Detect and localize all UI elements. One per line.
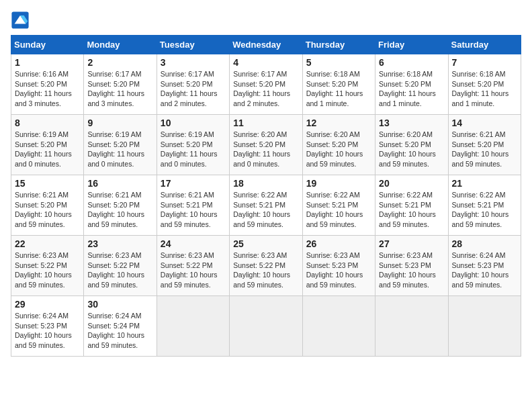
day-of-week-header: Monday: [84, 36, 157, 54]
day-number: 26: [306, 238, 371, 249]
calendar-header-row: SundayMondayTuesdayWednesdayThursdayFrid…: [11, 36, 521, 54]
calendar-cell: 14Sunrise: 6:21 AMSunset: 5:20 PMDayligh…: [448, 115, 521, 175]
day-of-week-header: Friday: [375, 36, 448, 54]
day-info: Sunrise: 6:22 AMSunset: 5:21 PMDaylight:…: [306, 190, 371, 230]
calendar-cell: 6Sunrise: 6:18 AMSunset: 5:20 PMDaylight…: [375, 54, 448, 115]
day-number: 22: [15, 238, 80, 249]
day-number: 10: [161, 118, 226, 128]
day-info: Sunrise: 6:21 AMSunset: 5:20 PMDaylight:…: [15, 190, 80, 230]
day-of-week-header: Tuesday: [157, 36, 229, 54]
day-of-week-header: Wednesday: [230, 36, 302, 54]
day-info: Sunrise: 6:21 AMSunset: 5:21 PMDaylight:…: [161, 190, 226, 230]
calendar-cell: 21Sunrise: 6:22 AMSunset: 5:21 PMDayligh…: [448, 175, 521, 236]
day-info: Sunrise: 6:23 AMSunset: 5:22 PMDaylight:…: [161, 250, 226, 290]
calendar-cell: 3Sunrise: 6:17 AMSunset: 5:20 PMDaylight…: [157, 54, 229, 115]
day-info: Sunrise: 6:17 AMSunset: 5:20 PMDaylight:…: [161, 69, 226, 109]
calendar-cell: 26Sunrise: 6:23 AMSunset: 5:23 PMDayligh…: [302, 236, 375, 296]
day-of-week-header: Saturday: [448, 36, 521, 54]
day-number: 5: [306, 57, 371, 68]
day-number: 29: [15, 299, 80, 310]
day-number: 25: [233, 238, 298, 249]
day-info: Sunrise: 6:19 AMSunset: 5:20 PMDaylight:…: [15, 130, 80, 169]
day-info: Sunrise: 6:17 AMSunset: 5:20 PMDaylight:…: [87, 69, 152, 109]
day-number: 4: [233, 57, 298, 68]
calendar-cell: [230, 296, 302, 357]
day-info: Sunrise: 6:20 AMSunset: 5:20 PMDaylight:…: [379, 130, 444, 169]
day-number: 20: [379, 178, 444, 189]
calendar-week-row: 29Sunrise: 6:24 AMSunset: 5:23 PMDayligh…: [11, 296, 521, 357]
day-info: Sunrise: 6:19 AMSunset: 5:20 PMDaylight:…: [87, 130, 152, 169]
day-number: 1: [15, 57, 80, 68]
calendar-cell: 9Sunrise: 6:19 AMSunset: 5:20 PMDaylight…: [84, 115, 157, 175]
calendar-body: 1Sunrise: 6:16 AMSunset: 5:20 PMDaylight…: [11, 54, 521, 357]
day-info: Sunrise: 6:16 AMSunset: 5:20 PMDaylight:…: [15, 69, 80, 109]
calendar-cell: 16Sunrise: 6:21 AMSunset: 5:20 PMDayligh…: [84, 175, 157, 236]
day-number: 7: [452, 57, 517, 68]
calendar-cell: 20Sunrise: 6:22 AMSunset: 5:21 PMDayligh…: [375, 175, 448, 236]
calendar-cell: 29Sunrise: 6:24 AMSunset: 5:23 PMDayligh…: [11, 296, 84, 357]
calendar-cell: 4Sunrise: 6:17 AMSunset: 5:20 PMDaylight…: [230, 54, 302, 115]
day-number: 13: [379, 118, 444, 128]
day-number: 12: [306, 118, 371, 128]
day-info: Sunrise: 6:23 AMSunset: 5:22 PMDaylight:…: [87, 250, 152, 290]
calendar-week-row: 15Sunrise: 6:21 AMSunset: 5:20 PMDayligh…: [11, 175, 521, 236]
logo-icon: [11, 11, 30, 30]
calendar-cell: [375, 296, 448, 357]
day-info: Sunrise: 6:19 AMSunset: 5:20 PMDaylight:…: [161, 130, 226, 169]
day-info: Sunrise: 6:18 AMSunset: 5:20 PMDaylight:…: [379, 69, 444, 109]
day-info: Sunrise: 6:17 AMSunset: 5:20 PMDaylight:…: [233, 69, 298, 109]
calendar-cell: [302, 296, 375, 357]
calendar-cell: 28Sunrise: 6:24 AMSunset: 5:23 PMDayligh…: [448, 236, 521, 296]
day-info: Sunrise: 6:21 AMSunset: 5:20 PMDaylight:…: [452, 130, 517, 169]
day-info: Sunrise: 6:23 AMSunset: 5:22 PMDaylight:…: [15, 250, 80, 290]
day-of-week-header: Sunday: [11, 36, 84, 54]
day-info: Sunrise: 6:22 AMSunset: 5:21 PMDaylight:…: [379, 190, 444, 230]
calendar-cell: 1Sunrise: 6:16 AMSunset: 5:20 PMDaylight…: [11, 54, 84, 115]
day-number: 18: [233, 178, 298, 189]
day-info: Sunrise: 6:22 AMSunset: 5:21 PMDaylight:…: [233, 190, 298, 230]
calendar-cell: 24Sunrise: 6:23 AMSunset: 5:22 PMDayligh…: [157, 236, 229, 296]
day-info: Sunrise: 6:24 AMSunset: 5:23 PMDaylight:…: [452, 250, 517, 290]
calendar-header: SundayMondayTuesdayWednesdayThursdayFrid…: [11, 36, 521, 54]
calendar-cell: 23Sunrise: 6:23 AMSunset: 5:22 PMDayligh…: [84, 236, 157, 296]
calendar-week-row: 22Sunrise: 6:23 AMSunset: 5:22 PMDayligh…: [11, 236, 521, 296]
calendar-week-row: 1Sunrise: 6:16 AMSunset: 5:20 PMDaylight…: [11, 54, 521, 115]
calendar-cell: 18Sunrise: 6:22 AMSunset: 5:21 PMDayligh…: [230, 175, 302, 236]
day-number: 6: [379, 57, 444, 68]
day-info: Sunrise: 6:23 AMSunset: 5:23 PMDaylight:…: [306, 250, 371, 290]
day-number: 17: [161, 178, 226, 189]
day-number: 3: [161, 57, 226, 68]
day-number: 19: [306, 178, 371, 189]
day-info: Sunrise: 6:24 AMSunset: 5:23 PMDaylight:…: [15, 311, 80, 351]
calendar-cell: 25Sunrise: 6:23 AMSunset: 5:22 PMDayligh…: [230, 236, 302, 296]
day-info: Sunrise: 6:24 AMSunset: 5:24 PMDaylight:…: [87, 311, 152, 351]
logo: [11, 11, 32, 30]
calendar-cell: 10Sunrise: 6:19 AMSunset: 5:20 PMDayligh…: [157, 115, 229, 175]
calendar-cell: [448, 296, 521, 357]
calendar-cell: 17Sunrise: 6:21 AMSunset: 5:21 PMDayligh…: [157, 175, 229, 236]
day-info: Sunrise: 6:22 AMSunset: 5:21 PMDaylight:…: [452, 190, 517, 230]
calendar-cell: 2Sunrise: 6:17 AMSunset: 5:20 PMDaylight…: [84, 54, 157, 115]
day-number: 8: [15, 118, 80, 128]
day-number: 21: [452, 178, 517, 189]
calendar-cell: 5Sunrise: 6:18 AMSunset: 5:20 PMDaylight…: [302, 54, 375, 115]
day-info: Sunrise: 6:20 AMSunset: 5:20 PMDaylight:…: [306, 130, 371, 169]
calendar-cell: 8Sunrise: 6:19 AMSunset: 5:20 PMDaylight…: [11, 115, 84, 175]
day-info: Sunrise: 6:18 AMSunset: 5:20 PMDaylight:…: [306, 69, 371, 109]
day-number: 24: [161, 238, 226, 249]
calendar-cell: 22Sunrise: 6:23 AMSunset: 5:22 PMDayligh…: [11, 236, 84, 296]
calendar-cell: 15Sunrise: 6:21 AMSunset: 5:20 PMDayligh…: [11, 175, 84, 236]
calendar-cell: 30Sunrise: 6:24 AMSunset: 5:24 PMDayligh…: [84, 296, 157, 357]
day-info: Sunrise: 6:23 AMSunset: 5:22 PMDaylight:…: [233, 250, 298, 290]
day-of-week-header: Thursday: [302, 36, 375, 54]
day-number: 27: [379, 238, 444, 249]
calendar-cell: 7Sunrise: 6:18 AMSunset: 5:20 PMDaylight…: [448, 54, 521, 115]
day-number: 23: [87, 238, 152, 249]
calendar-week-row: 8Sunrise: 6:19 AMSunset: 5:20 PMDaylight…: [11, 115, 521, 175]
day-number: 11: [233, 118, 298, 128]
day-number: 9: [87, 118, 152, 128]
day-number: 16: [87, 178, 152, 189]
day-info: Sunrise: 6:18 AMSunset: 5:20 PMDaylight:…: [452, 69, 517, 109]
day-number: 2: [87, 57, 152, 68]
calendar-cell: [157, 296, 229, 357]
